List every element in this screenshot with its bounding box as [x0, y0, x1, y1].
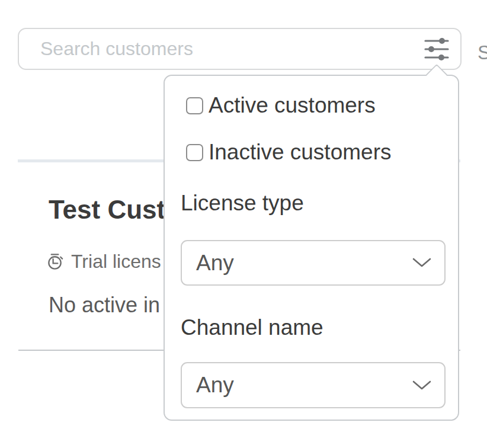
- active-customers-checkbox[interactable]: [186, 97, 203, 114]
- license-text: Trial licens: [71, 251, 161, 273]
- customer-status-text: No active in: [49, 293, 160, 318]
- sliders-icon: [424, 37, 450, 62]
- filter-popover: Active customers Inactive customers Lice…: [164, 75, 459, 421]
- license-type-select[interactable]: Any: [181, 240, 446, 286]
- inactive-customers-checkbox[interactable]: [186, 144, 203, 161]
- channel-name-label: Channel name: [181, 316, 323, 338]
- search-bar: [18, 28, 462, 70]
- active-customers-option[interactable]: Active customers: [186, 94, 376, 117]
- chevron-down-icon: [412, 258, 431, 268]
- chevron-down-icon: [412, 380, 431, 391]
- license-badge: Trial licens: [46, 251, 161, 273]
- active-customers-label: Active customers: [209, 94, 376, 117]
- channel-name-select[interactable]: Any: [181, 362, 446, 408]
- timer-icon: [46, 252, 65, 271]
- license-type-value: Any: [196, 251, 234, 276]
- license-type-label: License type: [181, 192, 304, 214]
- customer-title: Test Cust: [49, 196, 165, 224]
- filter-button[interactable]: [422, 35, 451, 63]
- inactive-customers-label: Inactive customers: [209, 140, 391, 164]
- inactive-customers-option[interactable]: Inactive customers: [186, 140, 391, 164]
- channel-name-value: Any: [196, 373, 234, 398]
- search-input[interactable]: [19, 29, 460, 69]
- right-edge-partial-text: S: [478, 41, 487, 64]
